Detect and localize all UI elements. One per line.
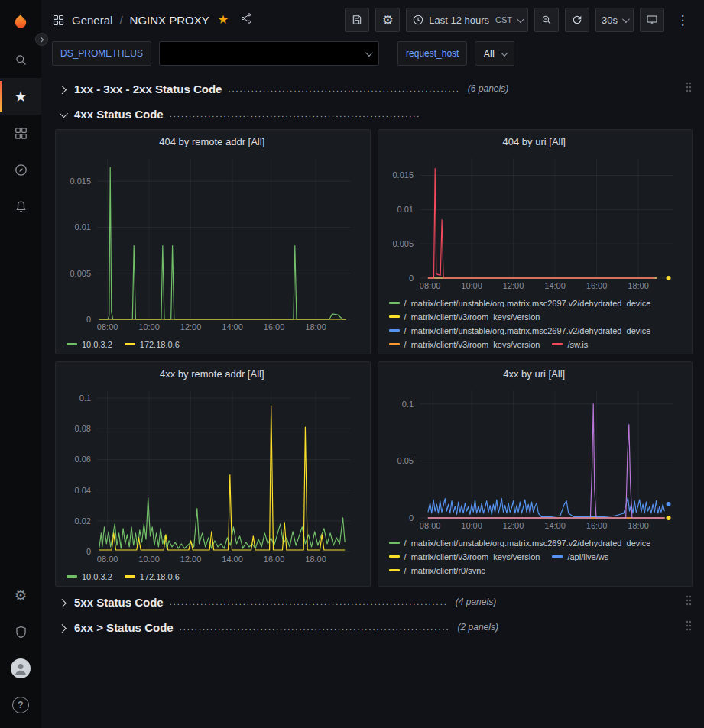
- request-host-variable-select[interactable]: All: [475, 41, 514, 66]
- legend-item[interactable]: /api/live/ws: [552, 550, 608, 561]
- sidebar-item-alerting[interactable]: [0, 188, 41, 225]
- time-series-chart[interactable]: 08:0010:0012:0014:0016:0018:0000.0050.01…: [384, 152, 685, 292]
- svg-text:0: 0: [408, 513, 413, 523]
- breadcrumb-folder[interactable]: General: [72, 14, 112, 27]
- refresh-dashboard-button[interactable]: [565, 8, 589, 32]
- series-label: 172.18.0.6: [140, 570, 180, 581]
- dashboard-title[interactable]: NGINX PROXY: [130, 14, 209, 27]
- row-6xx-status-code[interactable]: 6xx > Status Code ......................…: [55, 617, 693, 637]
- svg-text:0.04: 0.04: [75, 486, 91, 495]
- dashboard-settings-button[interactable]: ⚙: [375, 8, 400, 32]
- zoom-out-time-button[interactable]: [534, 8, 559, 32]
- sidebar-item-configuration[interactable]: ⚙: [0, 577, 41, 613]
- row-title-dots: ........................................…: [170, 109, 421, 118]
- row-title: 4xx Status Code: [74, 108, 164, 121]
- row-4xx-status-code[interactable]: 4xx Status Code ........................…: [55, 104, 693, 124]
- svg-text:0.05: 0.05: [397, 456, 413, 465]
- sidebar-expand-button[interactable]: [35, 33, 48, 46]
- gear-icon: ⚙: [382, 14, 394, 27]
- legend-item[interactable]: /_matrix/client/v3/room_keys/version: [389, 310, 540, 322]
- sidebar-item-server-admin[interactable]: [0, 613, 41, 650]
- svg-text:0.005: 0.005: [70, 269, 91, 278]
- sidebar-item-explore[interactable]: [0, 151, 41, 188]
- legend-item[interactable]: 10.0.3.2: [67, 338, 112, 349]
- time-range-picker[interactable]: Last 12 hours CST: [406, 8, 528, 32]
- sidebar-item-profile[interactable]: [0, 650, 41, 687]
- grafana-app: ★ ⚙ ?: [0, 0, 704, 728]
- svg-text:16:00: 16:00: [586, 281, 607, 290]
- series-color-swatch: [389, 315, 400, 318]
- grafana-logo[interactable]: [0, 0, 41, 41]
- share-icon: [240, 12, 252, 24]
- legend-row: /_matrix/client/unstable/org.matrix.msc2…: [389, 533, 683, 547]
- series-label: /_matrix/client/unstable/org.matrix.msc2…: [404, 536, 651, 548]
- series-color-swatch: [389, 343, 400, 345]
- svg-text:10:00: 10:00: [138, 322, 160, 332]
- row-1xx-3xx-2xx-status-code[interactable]: 1xx - 3xx - 2xx Status Code ............…: [55, 79, 693, 99]
- more-options-button[interactable]: ⋮: [670, 8, 695, 32]
- sidebar-item-help[interactable]: ?: [0, 687, 41, 723]
- share-button[interactable]: [240, 12, 252, 28]
- svg-text:16:00: 16:00: [264, 322, 285, 332]
- panel-4xx-by-uri: 4xx by uri [All] 08:0010:0012:0014:0016:…: [378, 361, 693, 587]
- time-series-chart[interactable]: 08:0010:0012:0014:0016:0018:0000.050.1: [384, 384, 685, 532]
- svg-text:0: 0: [86, 315, 91, 324]
- svg-text:0.005: 0.005: [392, 239, 414, 248]
- bell-icon: [14, 199, 28, 214]
- legend-row: /_matrix/client/v3/room_keys/version: [389, 307, 683, 321]
- svg-text:18:00: 18:00: [628, 281, 649, 290]
- row-drag-handle[interactable]: [685, 81, 693, 96]
- legend-item[interactable]: /_matrix/client/unstable/org.matrix.msc2…: [389, 296, 651, 308]
- legend-item[interactable]: 10.0.3.2: [67, 570, 112, 581]
- svg-text:18:00: 18:00: [305, 555, 326, 564]
- svg-text:08:00: 08:00: [419, 281, 440, 290]
- sidebar-item-search[interactable]: [0, 41, 41, 78]
- legend-item[interactable]: /_matrix/client/v3/room_keys/version: [389, 550, 540, 561]
- legend-row: 10.0.3.2172.18.0.6: [67, 567, 361, 581]
- series-color-swatch: [389, 555, 400, 558]
- series-color-swatch: [389, 542, 400, 544]
- row-drag-handle[interactable]: [685, 594, 693, 610]
- series-color-swatch: [389, 569, 400, 571]
- svg-text:10:00: 10:00: [461, 281, 482, 290]
- time-series-chart[interactable]: 08:0010:0012:0014:0016:0018:0000.0050.01…: [62, 152, 362, 333]
- save-dashboard-button[interactable]: [345, 8, 369, 32]
- legend-item[interactable]: /_matrix/client/unstable/org.matrix.msc2…: [389, 578, 651, 581]
- panel-legend: 10.0.3.2172.18.0.6: [62, 333, 362, 348]
- panel-title[interactable]: 4xx by remote addr [All]: [62, 366, 362, 384]
- svg-text:0: 0: [86, 547, 91, 556]
- legend-row: /_matrix/client/v3/room_keys/version/api…: [389, 547, 683, 561]
- breadcrumb-separator: /: [119, 14, 122, 27]
- time-series-chart[interactable]: 08:0010:0012:0014:0016:0018:0000.020.040…: [62, 384, 362, 565]
- dashboards-grid-icon: [14, 126, 28, 141]
- star-icon: ★: [14, 89, 27, 104]
- panel-title[interactable]: 404 by uri [All]: [384, 134, 685, 152]
- datasource-variable-select[interactable]: [159, 41, 379, 66]
- panel-title[interactable]: 4xx by uri [All]: [384, 366, 685, 384]
- svg-text:08:00: 08:00: [97, 555, 118, 564]
- panel-legend: /_matrix/client/unstable/org.matrix.msc2…: [384, 532, 685, 581]
- favorite-star-icon[interactable]: ★: [218, 14, 229, 26]
- chevron-right-icon: [38, 37, 44, 43]
- legend-item[interactable]: 172.18.0.6: [125, 338, 180, 349]
- request-host-variable-label: request_host: [397, 41, 467, 66]
- refresh-interval-picker[interactable]: 30s: [595, 8, 634, 32]
- row-5xx-status-code[interactable]: 5xx Status Code ........................…: [55, 592, 693, 612]
- tv-mode-button[interactable]: [640, 8, 664, 32]
- sidebar-item-starred[interactable]: ★: [0, 78, 41, 115]
- chevron-down-icon: [60, 107, 66, 121]
- sidebar-bottom: ⚙ ?: [0, 577, 41, 728]
- legend-item[interactable]: /_matrix/client/unstable/org.matrix.msc2…: [389, 536, 651, 548]
- svg-text:10:00: 10:00: [461, 521, 482, 530]
- legend-item[interactable]: 172.18.0.6: [125, 570, 180, 581]
- legend-item[interactable]: /_matrix/client/unstable/org.matrix.msc2…: [389, 324, 651, 335]
- svg-text:12:00: 12:00: [502, 281, 524, 290]
- row-drag-handle[interactable]: [685, 620, 693, 635]
- panel-title[interactable]: 404 by remote addr [All]: [62, 134, 362, 152]
- legend-item[interactable]: /_matrix/client/v3/room_keys/version: [389, 338, 540, 349]
- legend-item[interactable]: /sw.js: [552, 338, 588, 349]
- legend-item[interactable]: /_matrix/client/r0/sync: [389, 564, 485, 575]
- top-navigation-bar: General / NGINX PROXY ★ ⚙ Last 12 hours: [41, 0, 704, 40]
- kebab-menu-icon: ⋮: [676, 14, 689, 27]
- sidebar-item-dashboards[interactable]: [0, 115, 41, 151]
